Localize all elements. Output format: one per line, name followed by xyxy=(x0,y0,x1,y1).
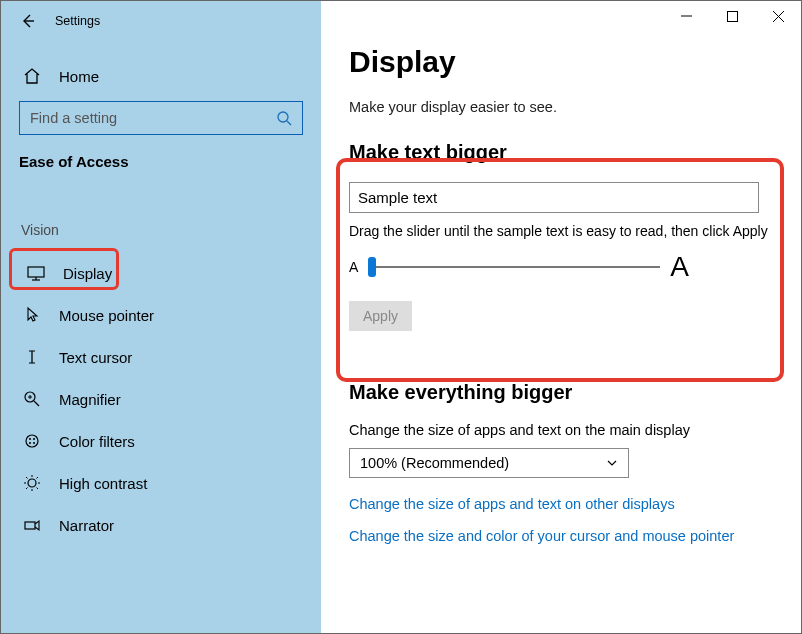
home-label: Home xyxy=(59,68,99,85)
dropdown-value: 100% (Recommended) xyxy=(360,455,509,471)
narrator-icon xyxy=(23,516,41,534)
svg-point-13 xyxy=(33,438,35,440)
svg-rect-27 xyxy=(727,11,737,21)
maximize-button[interactable] xyxy=(709,1,755,31)
sidebar-item-narrator[interactable]: Narrator xyxy=(1,504,321,546)
color-filters-icon xyxy=(23,432,41,450)
svg-point-11 xyxy=(26,435,38,447)
scaling-description: Change the size of apps and text on the … xyxy=(349,422,773,438)
section-make-everything-bigger-heading: Make everything bigger xyxy=(349,381,773,404)
slider-track[interactable] xyxy=(368,266,660,268)
slider-min-label: A xyxy=(349,259,358,275)
sidebar-item-mouse-pointer[interactable]: Mouse pointer xyxy=(1,294,321,336)
search-icon xyxy=(276,110,292,126)
home-nav[interactable]: Home xyxy=(1,57,321,95)
section-label: Vision xyxy=(1,216,321,242)
sidebar: Settings Home Ease of Access Vision xyxy=(1,1,321,633)
svg-line-23 xyxy=(26,488,28,490)
svg-point-14 xyxy=(29,442,31,444)
pointer-icon xyxy=(23,306,41,324)
close-button[interactable] xyxy=(755,1,801,31)
sidebar-item-high-contrast[interactable]: High contrast xyxy=(1,462,321,504)
magnifier-icon xyxy=(23,390,41,408)
back-icon[interactable] xyxy=(19,12,37,30)
scaling-dropdown[interactable]: 100% (Recommended) xyxy=(349,448,629,478)
sidebar-item-text-cursor[interactable]: Text cursor xyxy=(1,336,321,378)
page-title: Display xyxy=(349,45,773,79)
link-cursor-pointer[interactable]: Change the size and color of your cursor… xyxy=(349,528,773,544)
main-panel: Display Make your display easier to see.… xyxy=(321,1,801,633)
sample-text-box: Sample text xyxy=(349,182,759,213)
svg-line-21 xyxy=(26,477,28,479)
link-other-displays[interactable]: Change the size of apps and text on othe… xyxy=(349,496,773,512)
slider-thumb[interactable] xyxy=(368,257,376,277)
apply-button[interactable]: Apply xyxy=(349,301,412,331)
svg-point-15 xyxy=(33,442,35,444)
monitor-icon xyxy=(27,264,45,282)
slider-hint: Drag the slider until the sample text is… xyxy=(349,223,773,239)
sidebar-item-label: Magnifier xyxy=(59,391,121,408)
sidebar-item-label: Color filters xyxy=(59,433,135,450)
search-box[interactable] xyxy=(19,101,303,135)
sidebar-item-label: Narrator xyxy=(59,517,114,534)
window-controls xyxy=(663,1,801,31)
minimize-button[interactable] xyxy=(663,1,709,31)
page-subtitle: Make your display easier to see. xyxy=(349,99,773,115)
text-size-slider[interactable]: A A xyxy=(349,251,689,283)
titlebar: Settings xyxy=(1,7,321,35)
svg-line-22 xyxy=(37,488,39,490)
slider-max-label: A xyxy=(670,251,689,283)
sidebar-item-label: Text cursor xyxy=(59,349,132,366)
sidebar-item-label: Mouse pointer xyxy=(59,307,154,324)
sidebar-item-label: High contrast xyxy=(59,475,147,492)
svg-rect-3 xyxy=(28,267,44,277)
chevron-down-icon xyxy=(606,457,618,469)
svg-line-24 xyxy=(37,477,39,479)
nav-list: Display Mouse pointer Text cursor xyxy=(1,252,321,546)
svg-line-8 xyxy=(34,401,39,406)
window-title: Settings xyxy=(55,14,100,28)
svg-point-12 xyxy=(29,438,31,440)
sidebar-item-magnifier[interactable]: Magnifier xyxy=(1,378,321,420)
svg-rect-25 xyxy=(25,522,35,529)
home-icon xyxy=(23,67,41,85)
search-input[interactable] xyxy=(30,110,276,126)
svg-point-1 xyxy=(278,112,288,122)
sidebar-item-display[interactable]: Display xyxy=(5,252,317,294)
svg-point-16 xyxy=(28,479,36,487)
svg-line-2 xyxy=(287,121,291,125)
sidebar-item-color-filters[interactable]: Color filters xyxy=(1,420,321,462)
text-cursor-icon xyxy=(23,348,41,366)
section-make-text-bigger-heading: Make text bigger xyxy=(349,141,773,164)
high-contrast-icon xyxy=(23,474,41,492)
category-label: Ease of Access xyxy=(1,135,321,176)
sidebar-item-label: Display xyxy=(63,265,112,282)
